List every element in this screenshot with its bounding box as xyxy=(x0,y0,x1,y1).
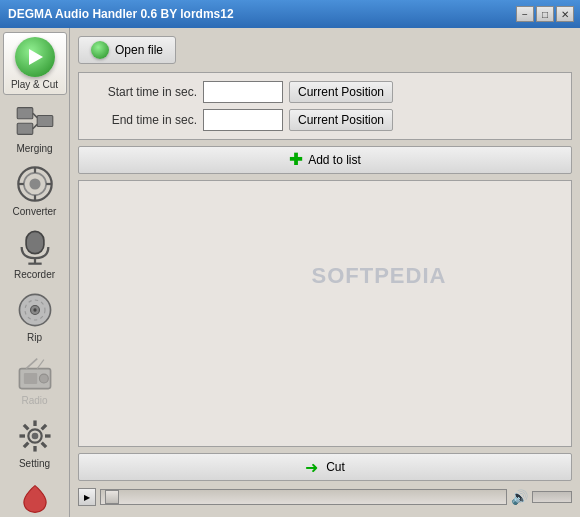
content-area: SOFTPEDIA Open file Start time in sec. C… xyxy=(70,28,580,517)
favorites-icon xyxy=(15,479,55,517)
sidebar-item-merging[interactable]: Merging xyxy=(3,97,67,158)
svg-point-7 xyxy=(29,178,40,189)
app-title: DEGMA Audio Handler 0.6 BY lordms12 xyxy=(8,7,234,21)
sidebar-item-label-merging: Merging xyxy=(16,143,52,154)
end-time-label: End time in sec. xyxy=(87,113,197,127)
cut-arrow-icon: ➜ xyxy=(305,458,318,477)
svg-point-21 xyxy=(39,374,48,383)
playback-play-button[interactable]: ▶ xyxy=(78,488,96,506)
radio-icon xyxy=(15,353,55,393)
svg-line-3 xyxy=(32,113,36,117)
close-button[interactable]: ✕ xyxy=(556,6,574,22)
form-area: Start time in sec. Current Position End … xyxy=(78,72,572,140)
maximize-button[interactable]: □ xyxy=(536,6,554,22)
window-body: Play & Cut Merging xyxy=(0,28,580,517)
svg-line-31 xyxy=(41,425,45,429)
svg-rect-12 xyxy=(26,231,44,253)
cut-label: Cut xyxy=(326,460,345,474)
sidebar-item-label-play-cut: Play & Cut xyxy=(11,79,58,90)
sidebar-item-recorder[interactable]: Recorder xyxy=(3,223,67,284)
top-bar: Open file xyxy=(78,36,572,64)
sidebar-item-converter[interactable]: Converter xyxy=(3,160,67,221)
svg-line-30 xyxy=(41,443,45,447)
setting-icon xyxy=(15,416,55,456)
start-time-label: Start time in sec. xyxy=(87,85,197,99)
recorder-icon xyxy=(15,227,55,267)
sidebar-item-label-radio: Radio xyxy=(21,395,47,406)
open-file-label: Open file xyxy=(115,43,163,57)
svg-rect-20 xyxy=(23,373,36,384)
favorites-icon-area xyxy=(15,479,55,517)
sidebar-item-label-rip: Rip xyxy=(27,332,42,343)
start-current-position-button[interactable]: Current Position xyxy=(289,81,393,103)
setting-icon-area xyxy=(15,416,55,456)
svg-line-4 xyxy=(32,124,36,128)
merging-icon-area xyxy=(15,101,55,141)
sidebar: Play & Cut Merging xyxy=(0,28,70,517)
end-current-position-button[interactable]: Current Position xyxy=(289,109,393,131)
sidebar-item-rip[interactable]: Rip xyxy=(3,286,67,347)
sidebar-item-label-converter: Converter xyxy=(13,206,57,217)
svg-point-33 xyxy=(31,433,38,440)
svg-rect-0 xyxy=(17,108,33,119)
end-time-input[interactable] xyxy=(203,109,283,131)
volume-icon: 🔊 xyxy=(511,489,528,505)
svg-rect-2 xyxy=(37,115,53,126)
svg-point-17 xyxy=(33,308,36,311)
title-bar: DEGMA Audio Handler 0.6 BY lordms12 − □ … xyxy=(0,0,580,28)
add-to-list-button[interactable]: ✚ Add to list xyxy=(78,146,572,174)
play-cut-icon xyxy=(15,37,55,77)
svg-line-23 xyxy=(37,360,44,369)
playback-bar: ▶ 🔊 xyxy=(78,485,572,509)
play-cut-icon-area xyxy=(15,37,55,77)
volume-slider[interactable] xyxy=(532,491,572,503)
sidebar-item-radio: Radio xyxy=(3,349,67,410)
sidebar-item-favorites[interactable]: Favorites xyxy=(3,475,67,517)
open-file-icon xyxy=(91,41,109,59)
minimize-button[interactable]: − xyxy=(516,6,534,22)
sidebar-item-label-recorder: Recorder xyxy=(14,269,55,280)
bottom-controls: ➜ Cut ▶ 🔊 xyxy=(78,453,572,509)
sidebar-item-setting[interactable]: Setting xyxy=(3,412,67,473)
converter-icon xyxy=(15,164,55,204)
start-time-row: Start time in sec. Current Position xyxy=(87,81,563,103)
svg-line-22 xyxy=(26,359,37,369)
rip-icon-area xyxy=(15,290,55,330)
open-file-button[interactable]: Open file xyxy=(78,36,176,64)
svg-rect-1 xyxy=(17,123,33,134)
end-time-row: End time in sec. Current Position xyxy=(87,109,563,131)
merging-icon xyxy=(15,101,55,141)
svg-line-32 xyxy=(23,443,27,447)
progress-thumb xyxy=(105,490,119,504)
plus-icon: ✚ xyxy=(289,152,302,168)
play-triangle xyxy=(29,49,43,65)
list-area xyxy=(78,180,572,447)
sidebar-item-label-setting: Setting xyxy=(19,458,50,469)
progress-bar[interactable] xyxy=(100,489,507,505)
sidebar-item-play-cut[interactable]: Play & Cut xyxy=(3,32,67,95)
svg-line-29 xyxy=(23,425,27,429)
radio-icon-area xyxy=(15,353,55,393)
cut-button[interactable]: ➜ Cut xyxy=(78,453,572,481)
recorder-icon-area xyxy=(15,227,55,267)
rip-icon xyxy=(15,290,55,330)
add-to-list-label: Add to list xyxy=(308,153,361,167)
converter-icon-area xyxy=(15,164,55,204)
window-controls: − □ ✕ xyxy=(516,6,574,22)
start-time-input[interactable] xyxy=(203,81,283,103)
